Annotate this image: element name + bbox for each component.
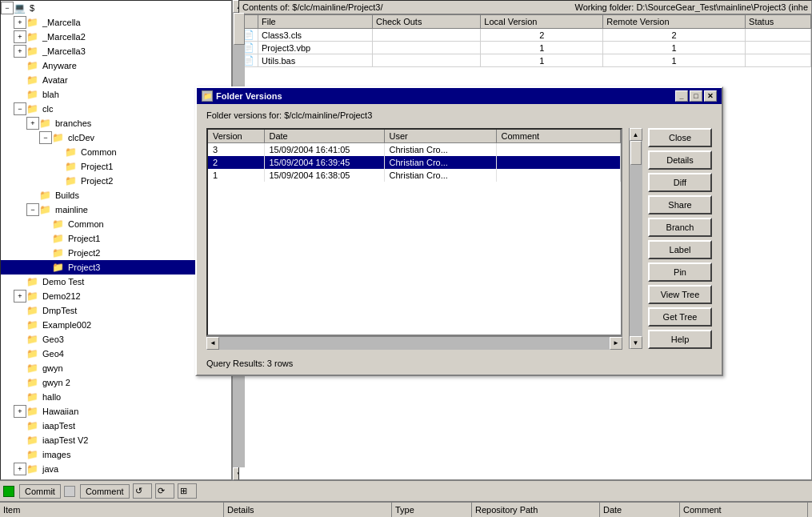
dialog-footer: Query Results: 3 rows (197, 355, 722, 375)
details-button[interactable]: Details (648, 150, 712, 170)
version-version: 3 (208, 143, 264, 157)
view-tree-button[interactable]: View Tree (648, 285, 712, 304)
version-date: 15/09/2004 16:38:05 (264, 169, 384, 182)
diff-button[interactable]: Diff (648, 173, 712, 192)
modal-overlay: 📁 Folder Versions _ □ ✕ Folder versions … (0, 0, 812, 517)
version-version: 1 (208, 169, 264, 182)
col-date[interactable]: Date (264, 130, 384, 143)
label-button[interactable]: Label (648, 240, 712, 259)
version-comment (496, 169, 621, 182)
dialog-body: Version Date User Comment 315/09/2004 16… (206, 128, 712, 349)
scroll-thumb (630, 141, 642, 165)
scroll-down-button[interactable]: ▼ (630, 336, 642, 349)
version-user: Christian Cro... (384, 156, 496, 169)
branch-button[interactable]: Branch (648, 218, 712, 237)
help-button[interactable]: Help (648, 330, 712, 349)
version-version: 2 (208, 156, 264, 169)
version-user: Christian Cro... (384, 143, 496, 157)
col-user[interactable]: User (384, 130, 496, 143)
folder-versions-dialog: 📁 Folder Versions _ □ ✕ Folder versions … (195, 86, 723, 376)
col-version[interactable]: Version (208, 130, 264, 143)
share-button[interactable]: Share (648, 195, 712, 214)
close-button[interactable]: Close (648, 128, 712, 147)
dialog-buttons: CloseDetailsDiffShareBranchLabelPinView … (648, 128, 712, 349)
titlebar-controls: _ □ ✕ (675, 90, 717, 102)
versions-table: Version Date User Comment 315/09/2004 16… (208, 130, 621, 182)
scroll-track[interactable] (219, 337, 610, 350)
maximize-button[interactable]: □ (690, 90, 702, 102)
scroll-up-button[interactable]: ▲ (630, 128, 642, 141)
version-row[interactable]: 215/09/2004 16:39:45Christian Cro... (208, 156, 621, 169)
get-tree-button[interactable]: Get Tree (648, 307, 712, 327)
version-comment (496, 156, 621, 169)
query-results: Query Results: 3 rows (206, 359, 293, 368)
version-comment (496, 143, 621, 157)
version-user: Christian Cro... (384, 169, 496, 182)
version-row[interactable]: 315/09/2004 16:41:05Christian Cro... (208, 143, 621, 157)
col-comment[interactable]: Comment (496, 130, 621, 143)
pin-button[interactable]: Pin (648, 263, 712, 282)
scroll-track-vertical[interactable] (630, 141, 642, 336)
scroll-left-button[interactable]: ◄ (206, 337, 219, 350)
version-date: 15/09/2004 16:41:05 (264, 143, 384, 157)
close-title-button[interactable]: ✕ (704, 90, 717, 102)
versions-scrollbar: ▲ ▼ (629, 128, 642, 349)
version-row[interactable]: 115/09/2004 16:38:05Christian Cro... (208, 169, 621, 182)
dialog-subtitle: Folder versions for: $/clc/mainline/Proj… (206, 110, 712, 120)
horizontal-scrollbar[interactable]: ◄ ► (206, 336, 622, 349)
dialog-title: Folder Versions (216, 91, 282, 101)
version-date: 15/09/2004 16:39:45 (264, 156, 384, 169)
minimize-button[interactable]: _ (675, 90, 688, 102)
versions-table-container: Version Date User Comment 315/09/2004 16… (206, 128, 622, 336)
dialog-icon: 📁 (202, 90, 213, 102)
dialog-content: Folder versions for: $/clc/mainline/Proj… (197, 104, 722, 355)
dialog-titlebar: 📁 Folder Versions _ □ ✕ (197, 88, 722, 104)
scroll-right-button[interactable]: ► (610, 337, 622, 350)
